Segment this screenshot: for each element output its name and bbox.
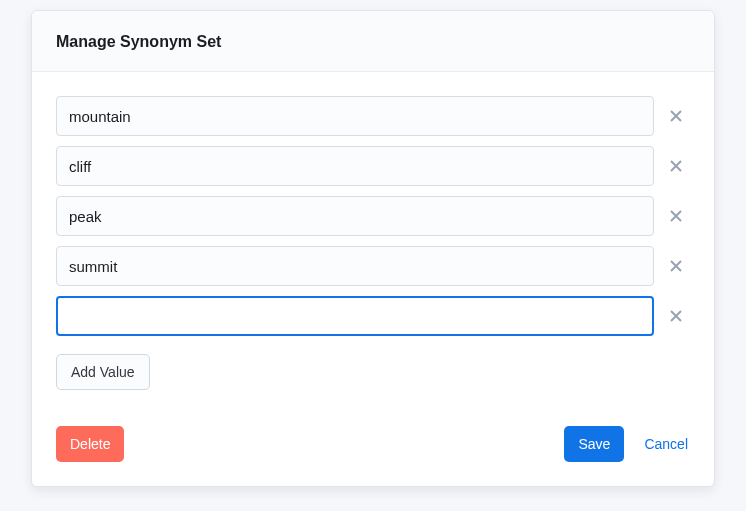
synonym-row	[56, 296, 690, 336]
footer-right: Save Cancel	[564, 426, 690, 462]
modal-header: Manage Synonym Set	[32, 11, 714, 72]
synonym-input[interactable]	[56, 246, 654, 286]
remove-synonym-button[interactable]	[662, 202, 690, 230]
synonym-row	[56, 96, 690, 136]
synonym-input[interactable]	[56, 296, 654, 336]
modal-title: Manage Synonym Set	[56, 33, 690, 51]
close-icon	[670, 106, 682, 127]
remove-synonym-button[interactable]	[662, 102, 690, 130]
modal-footer: Delete Save Cancel	[32, 414, 714, 486]
delete-button[interactable]: Delete	[56, 426, 124, 462]
synonym-row	[56, 146, 690, 186]
synonym-input[interactable]	[56, 146, 654, 186]
cancel-button[interactable]: Cancel	[642, 432, 690, 456]
synonym-row	[56, 246, 690, 286]
synonym-input[interactable]	[56, 196, 654, 236]
manage-synonym-modal: Manage Synonym Set	[31, 10, 715, 487]
close-icon	[670, 256, 682, 277]
save-button[interactable]: Save	[564, 426, 624, 462]
modal-body: Add Value	[32, 72, 714, 414]
close-icon	[670, 206, 682, 227]
remove-synonym-button[interactable]	[662, 302, 690, 330]
synonym-input[interactable]	[56, 96, 654, 136]
add-value-button[interactable]: Add Value	[56, 354, 150, 390]
synonym-row	[56, 196, 690, 236]
remove-synonym-button[interactable]	[662, 252, 690, 280]
remove-synonym-button[interactable]	[662, 152, 690, 180]
close-icon	[670, 156, 682, 177]
close-icon	[670, 306, 682, 327]
